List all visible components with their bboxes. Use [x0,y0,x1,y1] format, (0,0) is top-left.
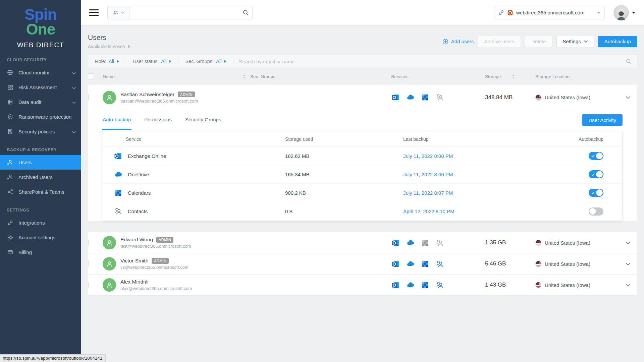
row-checkbox[interactable] [88,260,89,267]
storage-value: 1.43 GB [485,282,535,288]
list-icon [7,99,13,105]
sidebar-item-security-policies[interactable]: Security policies [0,124,81,139]
onedrive-icon [406,259,415,268]
us-flag-icon [535,95,541,101]
storage-location: United States (Iowa) [545,240,590,246]
grid-icon [7,84,13,90]
sidebar-item-cloud-monitor[interactable]: Cloud monitor [0,65,81,80]
hamburger-menu-icon[interactable] [89,9,99,16]
sort-icon[interactable] [243,74,246,78]
search-icon[interactable] [243,10,249,16]
chevron-down-icon [121,11,124,14]
onedrive-icon [114,170,122,179]
user-activity-button[interactable]: User Activity [582,114,623,126]
domain-selector[interactable]: webdirect365.onmicrosoft.com [494,6,605,19]
outlook-icon [391,281,400,289]
onedrive-icon [406,238,415,247]
admin-badge: ADMIN [156,237,173,243]
sidebar-item-ransomware-protection[interactable]: Ransomware protection [0,109,81,124]
autobackup-toggle[interactable] [589,152,603,160]
autobackup-button[interactable]: Autobackup [598,36,637,47]
table-row[interactable]: Bastian SchweinsteigerADMIN bastian@webd… [88,85,637,110]
app-window: Spin One WEB DIRECT CLOUD SECURITY Cloud… [0,0,644,362]
search-icon[interactable] [626,59,632,64]
service-row: Exchange Online 182.62 MB July 11, 2022 … [102,147,622,165]
table-row[interactable]: Alex Mindrili alex@webdirect365.onmicros… [88,275,637,296]
detail-tabs: Auto-backup Permissions Security Groups … [88,110,637,130]
table-row[interactable]: Edward WongADMIN test@webdirect365.onmic… [88,232,637,253]
domain-name: webdirect365.onmicrosoft.com [516,10,594,15]
filter-role[interactable]: Role: All [88,55,126,68]
users-table-header: Name Sec. Groups Services Storage Storag… [88,68,637,85]
settings-button[interactable]: Settings [556,36,594,47]
triangle-right-icon [169,60,171,63]
storage-location: United States (Iowa) [545,95,590,100]
row-checkbox[interactable] [88,94,89,101]
sidebar-item-account-settings[interactable]: Account settings [0,230,81,245]
section-backup-recovery: BACKUP & RECOVERY [0,139,81,155]
user-search-input[interactable] [239,59,626,64]
chevron-down-icon [72,129,76,134]
contacts-icon [114,207,122,216]
caret-down-icon [597,12,600,14]
sidebar-item-users[interactable]: Users [0,155,81,170]
sidebar-item-integrations[interactable]: Integrations [0,215,81,230]
page-title: Users [88,34,130,42]
row-checkbox[interactable] [88,239,89,246]
sidebar: Spin One WEB DIRECT CLOUD SECURITY Cloud… [0,0,81,362]
row-checkbox[interactable] [88,282,89,288]
global-search-input[interactable] [133,10,243,15]
last-backup-link[interactable]: April 12, 2022 8:10 PM [403,208,454,214]
tab-permissions[interactable]: Permissions [144,110,172,130]
filter-user-status[interactable]: User status: All [126,55,178,68]
row-expand-chevron[interactable] [619,241,637,244]
archive-users-button[interactable]: Archive users [478,36,521,47]
filter-sec-groups[interactable]: Sec. Groups: All [178,55,233,68]
sidebar-item-sharepoint-teams[interactable]: SharePoint & Teams [0,184,81,199]
onedrive-icon [406,93,415,102]
contacts-icon [435,238,444,247]
autobackup-toggle[interactable] [589,207,603,216]
us-flag-icon [535,282,541,288]
tab-auto-backup[interactable]: Auto-backup [102,110,131,130]
global-search [129,6,253,19]
contacts-icon [435,93,444,102]
row-expand-chevron[interactable] [619,284,637,287]
autobackup-toggle[interactable] [589,170,603,178]
tab-security-groups[interactable]: Security Groups [184,110,222,130]
row-expand-chevron[interactable] [619,96,637,99]
last-backup-link[interactable]: July 11, 2022 8:07 PM [403,190,453,196]
profile-menu[interactable] [613,5,635,20]
us-flag-icon [535,240,541,246]
add-users-button[interactable]: Add users [442,39,474,45]
users-group-icon [113,10,119,15]
last-backup-link[interactable]: July 11, 2022 8:06 PM [403,172,453,177]
logo-spin: Spin [0,7,81,22]
users-page: Users Available licenses: 6 Add users Ar… [81,25,644,362]
storage-value: 5.46 GB [485,260,535,267]
triangle-right-icon [117,60,119,63]
delete-button[interactable]: Delete [525,36,552,47]
onedrive-icon [406,281,415,289]
autobackup-toggle[interactable] [589,189,603,197]
table-row[interactable]: Victor SmithADMIN vs@webdirect365.onmicr… [88,253,637,275]
contacts-icon [435,281,444,289]
chevron-down-icon [584,40,588,43]
sidebar-item-risk-assessment[interactable]: Risk Assessment [0,80,81,95]
service-row: Calendars 900.2 KB July 11, 2022 8:07 PM [102,184,622,202]
sort-icon[interactable] [512,74,515,78]
select-all-checkbox[interactable] [88,73,94,79]
credit-card-icon [7,249,13,255]
topbar: webdirect365.onmicrosoft.com [81,0,644,25]
search-scope-select[interactable] [107,6,129,19]
sidebar-item-billing[interactable]: Billing [0,245,81,259]
last-backup-link[interactable]: July 11, 2022 8:08 PM [403,153,453,159]
available-licenses: Available licenses: 6 [88,44,130,49]
row-expand-chevron[interactable] [619,262,637,265]
sidebar-item-archived-users[interactable]: Archived Users [0,170,81,184]
outlook-icon [114,152,122,160]
globe-icon [7,69,13,76]
filter-bar: Role: All User status: All Sec. Groups: … [88,55,637,68]
sidebar-item-data-audit[interactable]: Data audit [0,95,81,109]
services-card: Service Storage used Last backup Autobac… [102,131,623,221]
